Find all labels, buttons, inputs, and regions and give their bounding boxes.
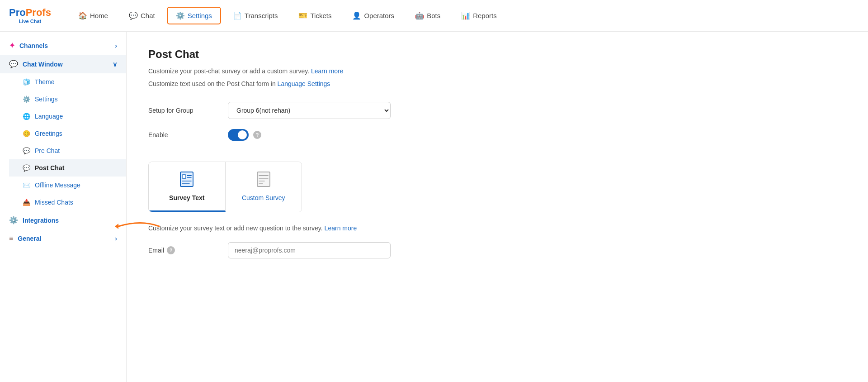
nav-bots-label: Bots [427,12,440,19]
setup-group-label: Setup for Group [148,107,221,114]
post-chat-icon: 💬 [23,164,30,172]
desc2-text: Customize text used on the Post Chat for… [148,80,276,87]
sidebar-chat-window-sub: 🧊 Theme ⚙️ Settings 🌐 Language 😊 Greetin… [0,73,126,211]
nav-settings[interactable]: ⚙️ Settings [167,7,221,24]
nav-operators[interactable]: 👤 Operators [343,7,403,24]
general-icon: ≡ [9,234,13,243]
chevron-right-icon: › [115,42,117,49]
survey-text-icon [179,171,195,191]
form-section: Setup for Group Group 6(not rehan) Group… [148,102,846,258]
logo-pro: Pro [9,7,26,18]
language-settings-link[interactable]: Language Settings [278,80,330,87]
description-1: Customize your post-chat survey or add a… [148,66,846,76]
nav-transcripts[interactable]: 📄 Transcripts [224,7,287,24]
nav-transcripts-label: Transcripts [245,12,278,19]
sidebar-chat-window-label: Chat Window [23,61,63,68]
integrations-icon: ⚙️ [9,216,18,224]
sidebar-language-label: Language [35,113,63,120]
sidebar-item-language[interactable]: 🌐 Language [9,108,126,125]
theme-icon: 🧊 [23,78,30,86]
nav-home-label: Home [90,12,108,19]
nav-chat-label: Chat [141,12,155,19]
setup-group-row: Setup for Group Group 6(not rehan) Group… [148,102,846,119]
sidebar-general[interactable]: ≡ General › [0,229,126,248]
tab-custom-survey[interactable]: Custom Survey [226,162,302,212]
sidebar-greetings-label: Greetings [35,130,62,137]
survey-description: Customize your survey text or add new qu… [148,223,846,233]
logo-sub: Live Chat [9,19,51,24]
learn-more-link-2[interactable]: Learn more [325,224,357,232]
bots-icon: 🤖 [415,11,424,20]
pre-chat-icon: 💬 [23,147,30,154]
nav-tickets[interactable]: 🎫 Tickets [289,7,340,24]
enable-label: Enable [148,131,221,138]
offline-message-icon: ✉️ [23,181,30,189]
nav-operators-label: Operators [364,12,394,19]
nav-tickets-label: Tickets [310,12,331,19]
sidebar-item-theme[interactable]: 🧊 Theme [9,73,126,91]
sidebar-post-chat-label: Post Chat [35,164,64,172]
sidebar-offline-message-label: Offline Message [35,181,80,189]
sidebar-item-offline-message[interactable]: ✉️ Offline Message [9,177,126,194]
setup-group-select[interactable]: Group 6(not rehan) Group 1 Group 2 Group… [228,102,391,119]
page-title: Post Chat [148,48,846,61]
custom-survey-label: Custom Survey [242,194,285,201]
nav-chat[interactable]: 💬 Chat [120,7,164,24]
custom-survey-icon [255,171,272,191]
toggle-slider [228,129,249,141]
sidebar-pre-chat-label: Pre Chat [35,147,60,154]
enable-row: Enable ? [148,129,846,141]
learn-more-link-1[interactable]: Learn more [311,67,344,75]
email-label: Email ? [148,246,221,254]
survey-text-label: Survey Text [169,194,204,201]
email-input[interactable] [228,242,391,258]
sidebar-general-label: General [18,235,41,242]
greetings-icon: 😊 [23,130,30,137]
sidebar-item-post-chat[interactable]: 💬 Post Chat [9,159,126,177]
main-content: Post Chat Customize your post-chat surve… [127,32,868,382]
survey-desc-text: Customize your survey text or add new qu… [148,224,323,232]
sidebar-chat-window[interactable]: 💬 Chat Window ∨ [0,55,126,73]
settings-sub-icon: ⚙️ [23,96,30,103]
desc1-text: Customize your post-chat survey or add a… [148,67,309,75]
email-row: Email ? [148,242,846,258]
email-label-text: Email [148,247,164,254]
nav-reports-label: Reports [473,12,497,19]
sidebar-channels[interactable]: ✦ Channels › [0,36,126,55]
description-2: Customize text used on the Post Chat for… [148,79,846,89]
chevron-right-general-icon: › [115,235,117,242]
operators-icon: 👤 [352,11,361,20]
tickets-icon: 🎫 [298,11,307,20]
top-navigation: Pro Profs Live Chat 🏠 Home 💬 Chat ⚙️ Set… [0,0,868,32]
tab-survey-text[interactable]: Survey Text [149,162,226,212]
logo-profs: Profs [26,7,51,18]
toggle-wrap: ? [228,129,261,141]
transcripts-icon: 📄 [233,11,242,20]
sidebar-item-missed-chats[interactable]: 📥 Missed Chats [9,194,126,211]
chat-window-icon: 💬 [9,60,18,68]
nav-settings-label: Settings [188,12,212,19]
email-help-icon[interactable]: ? [167,246,175,254]
svg-rect-0 [180,172,193,186]
sidebar-theme-label: Theme [35,78,55,86]
sidebar-missed-chats-label: Missed Chats [35,199,73,206]
nav-bots[interactable]: 🤖 Bots [406,7,449,24]
sidebar-integrations-label: Integrations [23,217,59,224]
survey-tabs: Survey Text Custom Survey [148,162,302,212]
sidebar-item-greetings[interactable]: 😊 Greetings [9,125,126,142]
help-icon[interactable]: ? [253,131,261,139]
nav-reports[interactable]: 📊 Reports [452,7,506,24]
sidebar-item-pre-chat[interactable]: 💬 Pre Chat [9,142,126,159]
sidebar-item-settings[interactable]: ⚙️ Settings [9,91,126,108]
sidebar-integrations[interactable]: ⚙️ Integrations [0,211,126,229]
chat-icon: 💬 [129,11,138,20]
settings-icon: ⚙️ [176,11,185,20]
nav-home[interactable]: 🏠 Home [69,7,117,24]
logo: Pro Profs Live Chat [9,7,51,24]
missed-chats-icon: 📥 [23,199,30,206]
sidebar-channels-label: Channels [19,42,48,49]
sidebar-settings-label: Settings [35,96,58,103]
enable-toggle[interactable] [228,129,249,141]
reports-icon: 📊 [461,11,470,20]
svg-rect-1 [182,175,186,178]
